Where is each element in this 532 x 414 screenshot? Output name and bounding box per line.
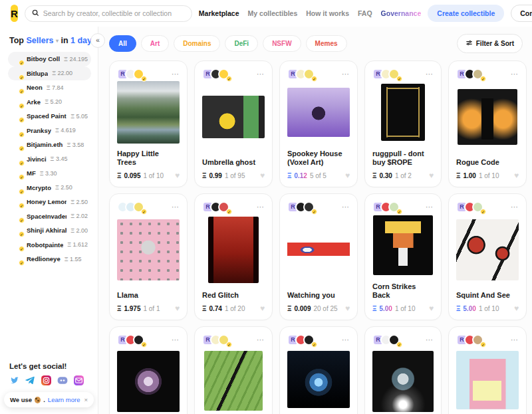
nft-card[interactable]: R✓⋯ — [448, 326, 527, 414]
card-menu-icon[interactable]: ⋯ — [426, 70, 434, 77]
nft-image[interactable] — [117, 219, 180, 280]
sidebar-collapse-button[interactable]: « — [90, 33, 105, 48]
owner-avatar-stack[interactable]: R✓ — [202, 201, 229, 213]
seller-row[interactable]: ✓PranksyΞ 4.619 — [8, 124, 91, 138]
nft-image[interactable] — [287, 88, 350, 137]
nft-card[interactable]: R✓⋯Red GlitchΞ0.741 of 20♥ — [194, 193, 273, 320]
seller-row[interactable]: ✓MFΞ 3.30 — [8, 166, 91, 181]
card-menu-icon[interactable]: ⋯ — [172, 336, 180, 343]
like-heart-icon[interactable]: ♥ — [429, 171, 434, 180]
email-icon[interactable] — [74, 375, 84, 385]
nft-image[interactable] — [456, 219, 519, 280]
card-menu-icon[interactable]: ⋯ — [257, 203, 265, 210]
card-menu-icon[interactable]: ⋯ — [426, 203, 434, 210]
card-menu-icon[interactable]: ⋯ — [511, 70, 519, 77]
nft-card[interactable]: R✓⋯Watching youΞ0.00920 of 25♥ — [279, 193, 358, 320]
nft-card[interactable]: R✓⋯ — [109, 326, 188, 414]
card-menu-icon[interactable]: ⋯ — [342, 203, 350, 210]
tab-domains[interactable]: Domains — [174, 35, 220, 52]
instagram-icon[interactable] — [41, 375, 51, 385]
nft-card[interactable]: R✓⋯Squint And SeeΞ5.001 of 10♥ — [448, 193, 527, 320]
search-bar[interactable] — [25, 5, 192, 22]
filter-sort-button[interactable]: Filter & Sort — [457, 34, 523, 53]
like-heart-icon[interactable]: ♥ — [175, 304, 180, 313]
like-heart-icon[interactable]: ♥ — [260, 304, 265, 313]
owner-avatar-stack[interactable]: R✓ — [456, 201, 483, 213]
owner-avatar-stack[interactable]: R✓ — [372, 334, 400, 346]
search-input[interactable] — [43, 9, 185, 17]
like-heart-icon[interactable]: ♥ — [514, 171, 519, 180]
nft-card[interactable]: R✓⋯ — [364, 326, 442, 414]
card-menu-icon[interactable]: ⋯ — [172, 203, 180, 210]
discord-icon[interactable] — [57, 376, 68, 385]
seller-row[interactable]: ✓JivinciΞ 3.45 — [8, 152, 91, 167]
nft-image[interactable] — [202, 96, 265, 138]
seller-row[interactable]: ✓Spaced PainterΞ 5.05 — [8, 109, 91, 124]
owner-avatar-stack[interactable]: R✓ — [456, 68, 483, 80]
nft-image[interactable] — [381, 84, 425, 141]
card-menu-icon[interactable]: ⋯ — [172, 70, 180, 77]
card-menu-icon[interactable]: ⋯ — [511, 203, 519, 210]
nft-card[interactable]: R✓⋯Rogue CodeΞ1.001 of 10♥ — [448, 60, 527, 187]
rarible-logo[interactable]: R — [11, 5, 18, 22]
nft-card[interactable]: R✓⋯ — [194, 326, 273, 414]
owner-avatar-stack[interactable]: ✓ — [117, 201, 144, 213]
card-menu-icon[interactable]: ⋯ — [511, 336, 519, 343]
nft-image[interactable] — [287, 229, 350, 270]
nft-card[interactable]: ✓⋯LlamaΞ1.9751 of 1♥ — [109, 193, 188, 320]
nav-item-how-it-works[interactable]: How it works — [306, 9, 349, 17]
nft-card[interactable]: R✓⋯Umbrella ghostΞ0.991 of 95♥ — [194, 60, 273, 187]
like-heart-icon[interactable]: ♥ — [429, 304, 434, 313]
seller-row[interactable]: ✓SpaceInvadersΞ 2.02 — [8, 209, 91, 224]
card-menu-icon[interactable]: ⋯ — [426, 336, 434, 343]
seller-row[interactable]: ✓Bitboy Colle...Ξ 24.195 — [8, 52, 91, 66]
nft-card[interactable]: R✓⋯Corn Strikes BackΞ5.001 of 10♥ — [364, 193, 442, 320]
nft-card[interactable]: R✓⋯ — [279, 326, 358, 414]
seller-row[interactable]: ✓BitlupaΞ 22.00 — [8, 66, 91, 81]
seller-row[interactable]: ✓Honey LemonΞ 2.50 — [8, 195, 91, 209]
card-menu-icon[interactable]: ⋯ — [342, 336, 350, 343]
nft-image[interactable] — [372, 351, 434, 412]
nft-image[interactable] — [456, 351, 519, 409]
nft-image[interactable] — [373, 215, 433, 275]
owner-avatar-stack[interactable]: R✓ — [202, 334, 229, 346]
seller-row[interactable]: ✓Robotpainter ...Ξ 1.612 — [8, 238, 91, 253]
owner-avatar-stack[interactable]: R✓ — [372, 201, 400, 213]
like-heart-icon[interactable]: ♥ — [345, 304, 350, 313]
seller-row[interactable]: ✓Bitjamin.ethΞ 3.58 — [8, 138, 91, 152]
seller-row[interactable]: ✓RedlioneyeΞ 1.55 — [8, 252, 91, 266]
like-heart-icon[interactable]: ♥ — [175, 171, 180, 180]
seller-row[interactable]: ✓NeonΞ 7.84 — [8, 80, 91, 95]
owner-avatar-stack[interactable]: R✓ — [372, 68, 400, 80]
card-menu-icon[interactable]: ⋯ — [257, 70, 265, 77]
nav-item-faq[interactable]: FAQ — [358, 9, 372, 17]
sellers-dropdown[interactable]: Sellers ▾ — [26, 36, 59, 45]
tab-nsfw[interactable]: NSFW — [263, 35, 301, 52]
like-heart-icon[interactable]: ♥ — [345, 171, 350, 180]
tab-art[interactable]: Art — [141, 35, 169, 52]
cookie-learn-more-link[interactable]: Learn more — [48, 396, 80, 403]
nft-image[interactable] — [117, 81, 180, 144]
seller-row[interactable]: ✓ArkeΞ 5.20 — [8, 95, 91, 110]
cookie-close-icon[interactable]: × — [84, 396, 88, 403]
nft-image[interactable] — [117, 351, 180, 412]
owner-avatar-stack[interactable]: R✓ — [287, 201, 315, 213]
seller-row[interactable]: ✓Shinji AkhirahΞ 2.00 — [8, 223, 91, 238]
twitter-icon[interactable] — [9, 375, 19, 385]
like-heart-icon[interactable]: ♥ — [260, 171, 265, 180]
owner-avatar-stack[interactable]: R✓ — [117, 68, 144, 80]
tab-all[interactable]: All — [109, 35, 136, 52]
telegram-icon[interactable] — [25, 375, 35, 385]
owner-avatar-stack[interactable]: R✓ — [287, 334, 315, 346]
create-collectible-button[interactable]: Create collectible — [428, 5, 504, 22]
nav-item-my-collectibles[interactable]: My collectibles — [248, 9, 298, 17]
nft-card[interactable]: R✓⋯ruggpull - dont buy $ROPEΞ0.301 of 2♥ — [364, 60, 442, 187]
seller-row[interactable]: ✓McryptoΞ 2.50 — [8, 181, 91, 195]
owner-avatar-stack[interactable]: R✓ — [202, 68, 229, 80]
owner-avatar-stack[interactable]: R✓ — [456, 334, 483, 346]
nft-image[interactable] — [287, 351, 350, 408]
nav-item-marketplace[interactable]: Marketplace — [199, 9, 239, 17]
nft-image[interactable] — [204, 351, 263, 411]
tab-defi[interactable]: DeFi — [225, 35, 258, 52]
like-heart-icon[interactable]: ♥ — [514, 304, 519, 313]
